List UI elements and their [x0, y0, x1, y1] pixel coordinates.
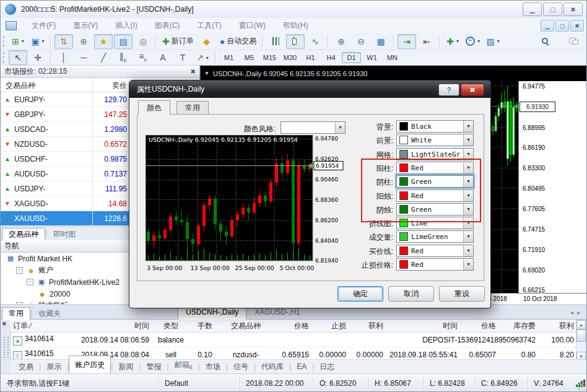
- ok-button[interactable]: 确定: [337, 286, 383, 302]
- terminal-close-icon[interactable]: ✖: [2, 321, 7, 327]
- color-scheme-select[interactable]: ▼: [280, 121, 346, 134]
- dropdown-arrow-icon[interactable]: ▼: [463, 134, 473, 146]
- dropdown-arrow-icon[interactable]: ▼: [463, 121, 473, 132]
- dropdown-arrow-icon[interactable]: ▼: [463, 204, 473, 215]
- dialog-close-button[interactable]: ✖: [461, 84, 484, 96]
- color-select-3[interactable]: Red▼: [396, 162, 474, 174]
- data-window-button[interactable]: ⊕: [74, 34, 93, 49]
- dropdown-arrow-icon[interactable]: ▼: [463, 149, 473, 160]
- color-select-8[interactable]: LimeGreen▼: [396, 230, 474, 243]
- profiles-button[interactable]: ▣▾: [28, 34, 47, 49]
- terminal-tab-5[interactable]: 邮箱6: [169, 359, 198, 374]
- navigator-button[interactable]: ★: [94, 34, 113, 49]
- crosshair-button[interactable]: ✛: [28, 50, 47, 65]
- dropdown-arrow-icon[interactable]: ▼: [463, 162, 473, 173]
- dropdown-arrow-icon[interactable]: ▼: [463, 259, 473, 270]
- orders-column-5[interactable]: 价格: [272, 320, 311, 333]
- market-watch-close-icon[interactable]: ✖: [191, 68, 196, 75]
- metaeditor-button[interactable]: ◆: [198, 34, 216, 49]
- orders-column-3[interactable]: 手数: [190, 320, 220, 333]
- timeframe-button-m30[interactable]: M30: [280, 52, 300, 63]
- templates-button[interactable]: ▧▾: [484, 34, 502, 49]
- color-select-0[interactable]: Black▼: [396, 120, 474, 133]
- cancel-button[interactable]: 取消: [388, 286, 434, 302]
- fibonacci-button[interactable]: ≡F: [134, 50, 152, 65]
- menu-item-5[interactable]: 窗口(W): [230, 19, 274, 33]
- color-select-9[interactable]: Red▼: [396, 245, 474, 257]
- dialog-tab-colors[interactable]: 颜色: [138, 100, 170, 115]
- orders-column-6[interactable]: 止损: [311, 320, 349, 333]
- menu-item-1[interactable]: 显示(V): [64, 19, 107, 33]
- dropdown-arrow-icon[interactable]: ▾: [42, 38, 45, 44]
- terminal-tab-3[interactable]: 新闻: [113, 360, 139, 373]
- equidistant-channel-button[interactable]: ∥E: [114, 50, 133, 65]
- timeframe-button-mn[interactable]: MN: [383, 52, 402, 63]
- mdi-restore-button[interactable]: ▢: [555, 20, 569, 32]
- orders-column-10[interactable]: 库存费: [498, 320, 538, 333]
- timeframe-button-m5[interactable]: M5: [240, 52, 259, 63]
- terminal-tab-6[interactable]: 市场: [200, 360, 226, 373]
- timeframe-button-h1[interactable]: H1: [301, 52, 320, 63]
- color-select-2[interactable]: LightSlateGr▼: [396, 148, 474, 160]
- tile-windows-button[interactable]: ▦: [372, 34, 390, 49]
- new-chart-button[interactable]: ⊞▾: [9, 34, 27, 49]
- market-watch-tab-0[interactable]: 交易品种: [2, 228, 45, 241]
- dropdown-arrow-icon[interactable]: ▼: [463, 245, 473, 256]
- zoom-out-button[interactable]: ⊖: [352, 34, 370, 49]
- navigator-tab-0[interactable]: 常用: [2, 307, 30, 320]
- terminal-button[interactable]: ▤: [114, 34, 133, 49]
- orders-column-0[interactable]: 订单 ∕: [11, 320, 72, 333]
- autotrading-button[interactable]: ●自动交易: [217, 34, 259, 49]
- chat-button[interactable]: [564, 34, 583, 49]
- column-symbol[interactable]: 交易品种: [6, 81, 35, 91]
- timeframe-button-d1[interactable]: D1: [342, 52, 361, 63]
- dropdown-arrow-icon[interactable]: ▼: [463, 217, 473, 229]
- scroll-up-icon[interactable]: ▲: [576, 320, 586, 329]
- menu-item-3[interactable]: 图表(C): [146, 19, 189, 33]
- dropdown-arrow-icon[interactable]: ▾: [497, 38, 500, 44]
- dropdown-arrow-icon[interactable]: ▾: [22, 38, 24, 44]
- auto-scroll-button[interactable]: ⇥: [398, 34, 416, 49]
- terminal-tab-1[interactable]: 展示: [41, 360, 67, 373]
- market-watch-button[interactable]: ⇅: [54, 34, 73, 49]
- resize-grip[interactable]: [578, 383, 586, 391]
- terminal-tab-8[interactable]: 代码库: [256, 360, 289, 373]
- terminal-tab-9[interactable]: EA: [291, 360, 312, 373]
- orders-column-4[interactable]: 交易品种: [220, 320, 272, 333]
- market-watch-tab-1[interactable]: 即时图: [47, 229, 82, 240]
- collapse-icon[interactable]: -: [16, 267, 23, 274]
- color-select-5[interactable]: Red▼: [396, 189, 474, 202]
- zoom-in-button[interactable]: ⊕: [332, 34, 350, 49]
- close-button[interactable]: ✖: [563, 2, 583, 16]
- color-select-6[interactable]: Green▼: [396, 203, 474, 216]
- arrows-button[interactable]: ↗▾: [193, 50, 212, 65]
- dropdown-arrow-icon[interactable]: ▼: [463, 190, 473, 201]
- orders-column-11[interactable]: 获利: [538, 320, 576, 333]
- indicators-button[interactable]: ✚▾: [443, 34, 462, 49]
- color-select-4[interactable]: Green▼: [396, 175, 474, 188]
- navigator-tab-1[interactable]: 收藏夹: [32, 308, 67, 320]
- trendline-button[interactable]: ╱: [94, 50, 113, 65]
- dropdown-arrow-icon[interactable]: ▾: [206, 55, 209, 61]
- order-row-3410614[interactable]: ▲34106142018.09.14 08:06:59balanceDEPOSI…: [11, 333, 576, 347]
- menu-item-0[interactable]: 文件(F): [23, 19, 64, 33]
- orders-column-8[interactable]: 时间: [386, 320, 460, 333]
- chart-shift-button[interactable]: ⇤: [417, 34, 436, 49]
- terminal-tab-7[interactable]: 信号: [228, 360, 254, 373]
- dropdown-arrow-icon[interactable]: ▼: [463, 176, 473, 187]
- periods-button[interactable]: ▾: [463, 34, 482, 49]
- column-bid[interactable]: 卖价: [112, 81, 127, 91]
- line-chart-button[interactable]: ∿: [306, 34, 324, 49]
- cursor-button[interactable]: ↖: [9, 50, 27, 65]
- scrollbar-thumb[interactable]: [576, 329, 586, 342]
- terminal-tab-0[interactable]: 交易: [13, 360, 39, 373]
- menu-item-6[interactable]: 帮助(H): [274, 19, 317, 33]
- reset-button[interactable]: 重设: [439, 286, 485, 302]
- terminal-tab-4[interactable]: 警报: [141, 360, 167, 373]
- timeframe-button-m15[interactable]: M15: [260, 52, 279, 63]
- dropdown-arrow-icon[interactable]: ▾: [477, 38, 480, 44]
- terminal-grip[interactable]: ✖: [1, 320, 11, 374]
- collapse-icon[interactable]: -: [27, 279, 33, 285]
- bar-chart-button[interactable]: [266, 34, 285, 49]
- new-order-button[interactable]: ✚新订单: [160, 34, 196, 49]
